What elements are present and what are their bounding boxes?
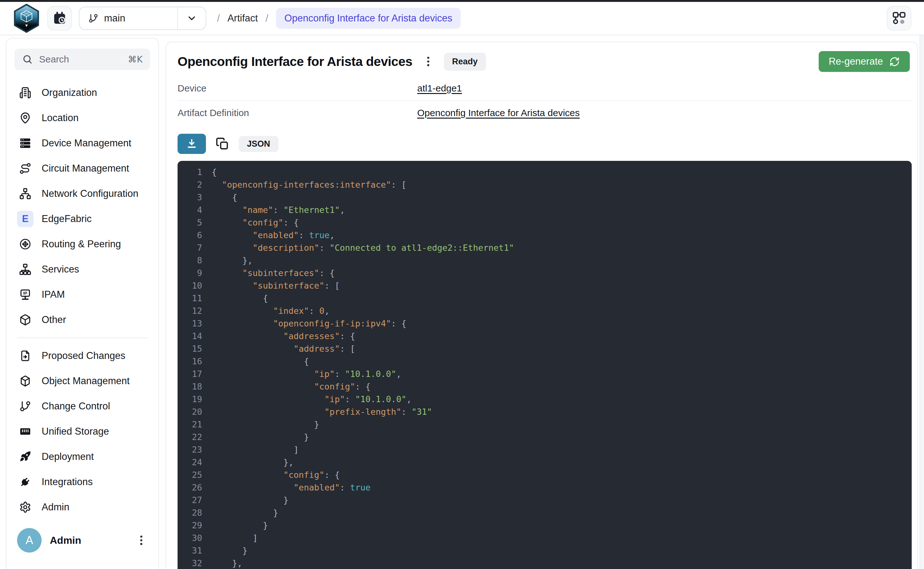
chevron-down-icon xyxy=(186,13,197,24)
line-number: 11 xyxy=(178,292,202,305)
code-line: 18 "config": { xyxy=(178,380,912,393)
sidebar-item-label: Deployment xyxy=(42,451,94,463)
code-text: "ip": "10.1.0.0", xyxy=(211,393,412,406)
sidebar-item-unified-storage[interactable]: Unified Storage xyxy=(15,419,150,444)
title-kebab-icon[interactable] xyxy=(422,55,435,68)
regenerate-label: Re-generate xyxy=(829,56,883,67)
sidebar-item-network-configuration[interactable]: Network Configuration xyxy=(15,181,150,206)
search-shortcut: ⌘K xyxy=(128,54,143,65)
line-number: 18 xyxy=(178,380,202,393)
code-text: "prefix-length": "31" xyxy=(211,406,432,418)
code-line: 17 "ip": "10.1.0.0", xyxy=(178,368,912,380)
download-button[interactable] xyxy=(178,134,206,154)
line-number: 1 xyxy=(178,166,202,178)
calendar-clock-icon xyxy=(52,11,67,26)
code-text: "subinterface": [ xyxy=(211,280,340,292)
proposed-changes-icon xyxy=(17,348,33,364)
deployment-icon xyxy=(17,449,33,465)
sidebar-item-label: Unified Storage xyxy=(42,426,109,437)
sidebar-item-device-management[interactable]: Device Management xyxy=(15,131,150,156)
copy-icon xyxy=(216,137,229,151)
code-text: "subinterfaces": { xyxy=(211,267,334,280)
sidebar-item-proposed-changes[interactable]: Proposed Changes xyxy=(15,343,150,368)
sidebar-item-routing-peering[interactable]: Routing & Peering xyxy=(15,231,150,257)
line-number: 3 xyxy=(178,191,202,204)
location-icon xyxy=(17,110,33,126)
scrollbar-track[interactable] xyxy=(919,35,924,569)
code-line: 1{ xyxy=(178,166,912,178)
sidebar-item-admin[interactable]: Admin xyxy=(15,494,150,520)
code-text: "config": { xyxy=(211,469,340,481)
breadcrumb-item-current[interactable]: Openconfig Interface for Arista devices xyxy=(276,8,461,29)
change-control-icon xyxy=(17,398,33,414)
code-line: 8 }, xyxy=(178,254,912,267)
copy-button[interactable] xyxy=(214,135,231,152)
code-line: 6 "enabled": true, xyxy=(178,229,912,242)
field-row-artifact-definition: Artifact DefinitionOpenconfig Interface … xyxy=(178,100,912,125)
field-value-link[interactable]: Openconfig Interface for Arista devices xyxy=(417,108,580,118)
topbar: main / Artifact / Openconfig Interface f… xyxy=(0,2,924,35)
code-text: }, xyxy=(211,254,252,267)
sidebar-item-change-control[interactable]: Change Control xyxy=(15,394,150,419)
code-line: 23 ] xyxy=(178,443,912,456)
sidebar-item-organization[interactable]: Organization xyxy=(15,80,150,105)
sidebar-item-label: Object Management xyxy=(42,375,130,387)
sidebar-item-label: Circuit Management xyxy=(42,163,129,174)
code-text: "addresses": { xyxy=(211,330,355,342)
sidebar-item-integrations[interactable]: Integrations xyxy=(15,469,150,494)
breadcrumb-item-artifact[interactable]: Artifact xyxy=(227,13,258,24)
code-text: "openconfig-if-ip:ipv4": { xyxy=(211,317,406,330)
sidebar-item-ipam[interactable]: IPIPAM xyxy=(15,282,150,307)
code-line: 21 } xyxy=(178,418,912,431)
code-text: "ip": "10.1.0.0", xyxy=(211,368,401,380)
svg-text:IP: IP xyxy=(23,291,27,295)
regenerate-button[interactable]: Re-generate xyxy=(819,51,910,72)
sidebar-item-label: Admin xyxy=(42,502,69,513)
line-number: 25 xyxy=(178,469,202,481)
line-number: 24 xyxy=(178,456,202,469)
sidebar-item-edgefabric[interactable]: EEdgeFabric xyxy=(15,206,150,231)
code-text: "openconfig-interfaces:interface": [ xyxy=(211,178,406,191)
workflow-button[interactable] xyxy=(887,6,911,30)
refresh-icon xyxy=(889,56,900,67)
app-logo-icon[interactable] xyxy=(13,4,40,33)
sidebar-item-circuit-management[interactable]: Circuit Management xyxy=(15,156,150,181)
sidebar-divider xyxy=(17,338,147,338)
line-number: 6 xyxy=(178,229,202,242)
sidebar-nav: OrganizationLocationDevice ManagementCir… xyxy=(15,80,150,520)
branch-selector[interactable]: main xyxy=(79,7,206,30)
search-placeholder: Search xyxy=(39,54,122,65)
user-kebab-icon[interactable] xyxy=(135,534,147,546)
sidebar-item-label: Proposed Changes xyxy=(42,350,125,362)
code-text: "name": "Ethernet1", xyxy=(211,204,345,216)
workflow-icon xyxy=(892,11,906,26)
code-text: "index": 0, xyxy=(211,305,330,317)
line-number: 15 xyxy=(178,342,202,355)
download-icon xyxy=(186,138,198,150)
user-menu[interactable]: A Admin xyxy=(17,528,147,552)
sidebar-item-object-management[interactable]: Object Management xyxy=(15,368,150,394)
calendar-clock-button[interactable] xyxy=(47,6,72,30)
code-line: 28 } xyxy=(178,507,912,519)
sidebar-item-label: Change Control xyxy=(42,400,110,412)
code-text: { xyxy=(211,191,237,204)
code-text: "enabled": true, xyxy=(211,229,334,242)
edgefabric-icon: E xyxy=(17,211,33,227)
code-line: 10 "subinterface": [ xyxy=(178,280,912,292)
line-number: 17 xyxy=(178,368,202,380)
status-badge: Ready xyxy=(444,53,486,71)
field-value-link[interactable]: atl1-edge1 xyxy=(417,83,462,94)
avatar: A xyxy=(17,528,42,552)
search-input[interactable]: Search ⌘K xyxy=(15,49,150,70)
sidebar-item-services[interactable]: Services xyxy=(15,257,150,282)
sidebar-item-other[interactable]: Other xyxy=(15,307,150,332)
sidebar-item-label: Routing & Peering xyxy=(42,239,121,250)
branch-dropdown-toggle[interactable] xyxy=(177,7,206,29)
sidebar-item-deployment[interactable]: Deployment xyxy=(15,444,150,469)
code-text: ] xyxy=(211,443,299,456)
sidebar-item-label: Other xyxy=(42,314,66,326)
sidebar-item-location[interactable]: Location xyxy=(15,105,150,131)
network-configuration-icon xyxy=(17,186,33,202)
code-text: } xyxy=(211,494,289,507)
code-block[interactable]: 1{2 "openconfig-interfaces:interface": [… xyxy=(178,161,912,569)
